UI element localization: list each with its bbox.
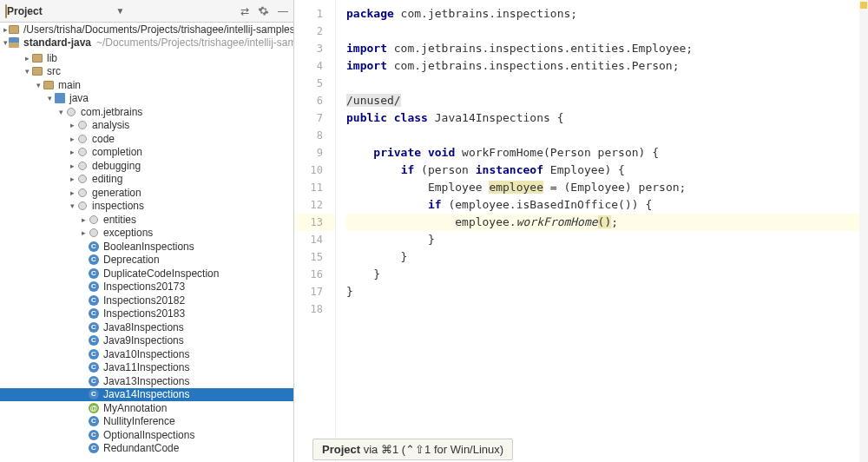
- expand-arrow[interactable]: ▸: [68, 188, 76, 197]
- tree-item-label: Inspections20173: [103, 280, 185, 293]
- code-line-13[interactable]: employee.workFromHome();: [346, 214, 859, 231]
- tip-popup: Project Project via ⌘1 (⌃⇧1 for Win/Linu…: [312, 439, 513, 460]
- class-icon: C: [88, 442, 100, 454]
- code-line-2[interactable]: [346, 23, 859, 40]
- tree-item-label: Java8Inspections: [103, 321, 184, 333]
- tree-item-label: Java10Inspections: [103, 348, 189, 360]
- tree-item-main[interactable]: ▾main: [0, 78, 293, 92]
- tree-item-entities[interactable]: ▸entities: [0, 213, 293, 227]
- path-row[interactable]: ▸ /Users/trisha/Documents/Projects/trish…: [0, 23, 293, 36]
- project-tree[interactable]: ▸lib▾src▾main▾java▾com.jetbrains▸analysi…: [0, 50, 293, 462]
- code-line-16[interactable]: }: [346, 266, 859, 283]
- tree-item-label: main: [58, 79, 81, 91]
- expand-arrow[interactable]: ▾: [34, 81, 43, 89]
- expand-arrow[interactable]: ▸: [79, 215, 88, 224]
- class-icon: C: [88, 294, 100, 307]
- tree-item-redundantcode[interactable]: CRedundantCode: [0, 442, 293, 456]
- tree-item-label: analysis: [92, 119, 129, 131]
- editor-code[interactable]: package com.jetbrains.inspections;import…: [336, 0, 859, 462]
- tree-item-java11inspections[interactable]: CJava11Inspections: [0, 361, 293, 375]
- pkg-icon: [65, 106, 77, 118]
- class-icon: C: [88, 267, 100, 280]
- module-row[interactable]: ▾ standard-java ~/Documents/Projects/tri…: [0, 36, 293, 50]
- code-line-8[interactable]: [346, 127, 859, 144]
- tree-item-exceptions[interactable]: ▸exceptions: [0, 227, 293, 241]
- tree-item-nullityinference[interactable]: CNullityInference: [0, 415, 293, 429]
- tree-item-inspections20183[interactable]: CInspections20183: [0, 307, 293, 321]
- tree-item-java8inspections[interactable]: CJava8Inspections: [0, 320, 293, 334]
- code-line-12[interactable]: if (employee.isBasedInOffice()) {: [346, 196, 859, 214]
- tree-item-debugging[interactable]: ▸debugging: [0, 159, 293, 173]
- class-icon: C: [88, 429, 100, 441]
- pkg-icon: [76, 173, 89, 185]
- code-line-6[interactable]: /unused/: [346, 92, 859, 109]
- tree-item-code[interactable]: ▸code: [0, 132, 293, 146]
- tree-item-analysis[interactable]: ▸analysis: [0, 119, 293, 133]
- tree-item-booleaninspections[interactable]: CBooleanInspections: [0, 240, 293, 254]
- expand-arrow[interactable]: ▾: [56, 108, 65, 116]
- tree-item-label: generation: [92, 187, 141, 199]
- tree-item-editing[interactable]: ▸editing: [0, 173, 293, 187]
- code-line-3[interactable]: import com.jetbrains.inspections.entitie…: [346, 40, 859, 57]
- warning-marker[interactable]: [860, 2, 867, 9]
- locate-icon[interactable]: ⇄: [240, 5, 249, 17]
- tree-item-java9inspections[interactable]: CJava9Inspections: [0, 334, 293, 348]
- sidebar-title[interactable]: Project: [7, 5, 115, 17]
- expand-arrow[interactable]: ▸: [68, 162, 76, 170]
- settings-icon[interactable]: [258, 5, 269, 16]
- tree-item-src[interactable]: ▾src: [0, 65, 293, 79]
- folder-icon: [31, 65, 43, 77]
- tree-item-completion[interactable]: ▸completion: [0, 146, 293, 160]
- code-line-15[interactable]: }: [346, 248, 859, 266]
- tree-item-java[interactable]: ▾java: [0, 92, 293, 106]
- tree-item-label: exceptions: [103, 227, 153, 239]
- class-icon: C: [88, 334, 100, 346]
- sidebar-header: Project ▼ ⇄ —: [0, 0, 293, 23]
- tree-item-java13inspections[interactable]: CJava13Inspections: [0, 374, 293, 388]
- expand-arrow[interactable]: ▸: [23, 54, 31, 63]
- code-line-5[interactable]: [346, 75, 859, 92]
- tree-item-generation[interactable]: ▸generation: [0, 186, 293, 200]
- expand-arrow[interactable]: ▸: [79, 228, 88, 237]
- folder-icon: [43, 79, 55, 91]
- tree-item-myannotation[interactable]: @MyAnnotation: [0, 401, 293, 415]
- expand-arrow[interactable]: ▸: [68, 148, 76, 156]
- tree-item-duplicatecodeinspection[interactable]: CDuplicateCodeInspection: [0, 267, 293, 280]
- error-stripe[interactable]: [859, 0, 868, 462]
- code-line-10[interactable]: if (person instanceof Employee) {: [346, 162, 859, 179]
- code-line-1[interactable]: package com.jetbrains.inspections;: [346, 5, 859, 23]
- tree-item-inspections20182[interactable]: CInspections20182: [0, 294, 293, 307]
- tree-item-optionalinspections[interactable]: COptionalInspections: [0, 428, 293, 442]
- expand-arrow[interactable]: ▾: [23, 67, 31, 76]
- expand-arrow[interactable]: ▸: [68, 121, 76, 129]
- class-icon: C: [88, 280, 100, 293]
- code-line-7[interactable]: public class Java14Inspections {: [346, 109, 859, 127]
- class-icon: C: [88, 415, 100, 427]
- dropdown-icon[interactable]: ▼: [116, 6, 125, 16]
- tree-item-inspections20173[interactable]: CInspections20173: [0, 280, 293, 294]
- tree-item-label: editing: [92, 173, 122, 185]
- code-line-14[interactable]: }: [346, 231, 859, 248]
- expand-arrow[interactable]: ▸: [68, 175, 76, 183]
- editor-gutter[interactable]: 123456789101112131415161718: [294, 0, 336, 462]
- code-line-17[interactable]: }: [346, 283, 859, 300]
- code-line-9[interactable]: private void workFromHome(Person person)…: [346, 144, 859, 162]
- code-line-11[interactable]: Employee employee = (Employee) person;: [346, 179, 859, 196]
- tree-item-com-jetbrains[interactable]: ▾com.jetbrains: [0, 105, 293, 119]
- expand-arrow[interactable]: ▾: [68, 201, 76, 210]
- tree-item-deprecation[interactable]: CDeprecation: [0, 254, 293, 267]
- class-icon: C: [88, 388, 100, 400]
- code-line-18[interactable]: [346, 300, 859, 318]
- code-line-4[interactable]: import com.jetbrains.inspections.entitie…: [346, 57, 859, 75]
- tree-item-java14inspections[interactable]: CJava14Inspections: [0, 388, 293, 402]
- tree-item-label: completion: [92, 146, 142, 158]
- tree-item-java10inspections[interactable]: CJava10Inspections: [0, 347, 293, 361]
- tree-item-label: inspections: [92, 200, 144, 212]
- module-icon: [54, 92, 66, 104]
- tree-item-inspections[interactable]: ▾inspections: [0, 200, 293, 214]
- hide-icon[interactable]: —: [278, 5, 288, 17]
- expand-arrow[interactable]: ▾: [45, 94, 54, 102]
- tree-item-lib[interactable]: ▸lib: [0, 51, 293, 65]
- pkg-icon: [88, 227, 100, 239]
- expand-arrow[interactable]: ▸: [68, 135, 76, 143]
